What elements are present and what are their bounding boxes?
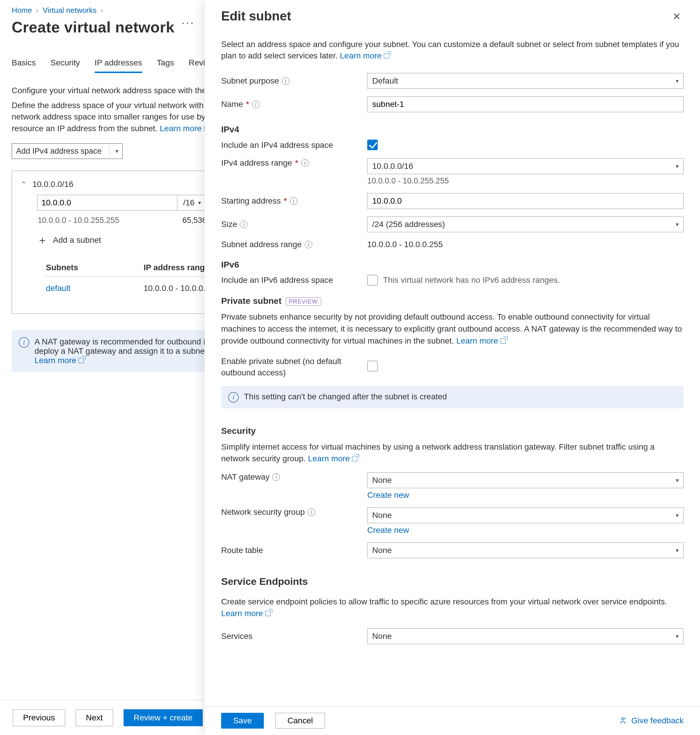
- chevron-down-icon: ▾: [676, 221, 679, 228]
- chevron-down-icon[interactable]: ▾: [115, 147, 118, 154]
- review-create-button[interactable]: Review + create: [124, 709, 203, 726]
- service-endpoints-heading: Service Endpoints: [221, 576, 684, 587]
- subnet-purpose-select[interactable]: Default▾: [367, 73, 684, 89]
- nat-gateway-label: NAT gateway: [221, 472, 269, 482]
- subnet-purpose-label: Subnet purpose: [221, 76, 279, 85]
- include-ipv6-label: Include an IPv6 address space: [221, 275, 333, 285]
- feedback-icon: [619, 716, 627, 725]
- security-heading: Security: [221, 426, 684, 436]
- nat-create-new-link[interactable]: Create new: [367, 491, 684, 500]
- blade-footer: Save Cancel Give feedback: [205, 706, 700, 735]
- service-endpoints-desc: Create service endpoint policies to allo…: [221, 596, 684, 620]
- include-ipv4-checkbox[interactable]: [367, 140, 378, 150]
- subnet-default-link[interactable]: default: [46, 284, 71, 293]
- enable-private-checkbox[interactable]: [367, 361, 378, 371]
- address-space-range: 10.0.0.0 - 10.0.255.255: [38, 216, 119, 225]
- external-link-icon: [384, 52, 390, 59]
- subnet-range-value: 10.0.0.0 - 10.0.0.255: [367, 240, 443, 249]
- edit-subnet-blade: Edit subnet ✕ Select an address space an…: [204, 0, 700, 735]
- info-icon: i: [228, 392, 239, 403]
- route-table-label: Route table: [221, 546, 263, 555]
- ipv4-heading: IPv4: [221, 125, 684, 134]
- give-feedback-link[interactable]: Give feedback: [619, 716, 684, 725]
- services-select[interactable]: None▾: [367, 628, 684, 644]
- chevron-down-icon: ▾: [676, 512, 679, 519]
- learn-more-link[interactable]: Learn more: [340, 51, 390, 60]
- ipv4-range-select[interactable]: 10.0.0.0/16▾: [367, 158, 684, 174]
- close-icon[interactable]: ✕: [670, 9, 684, 24]
- external-link-icon: [352, 455, 359, 461]
- add-subnet-label: Add a subnet: [53, 235, 101, 245]
- blade-title: Edit subnet: [221, 9, 291, 24]
- learn-more-link[interactable]: Learn more: [160, 124, 210, 133]
- more-icon[interactable]: ···: [181, 20, 194, 32]
- info-icon[interactable]: i: [305, 241, 312, 248]
- address-count: 65,536: [182, 216, 207, 225]
- nsg-label: Network security group: [221, 507, 305, 517]
- info-icon: i: [19, 337, 29, 348]
- info-icon[interactable]: i: [272, 473, 280, 481]
- chevron-down-icon: ▾: [676, 77, 679, 84]
- next-button[interactable]: Next: [76, 709, 113, 726]
- col-subnets: Subnets: [43, 259, 141, 276]
- size-select[interactable]: /24 (256 addresses)▾: [367, 216, 684, 232]
- crumb-home[interactable]: Home: [12, 6, 32, 15]
- tab-security[interactable]: Security: [50, 58, 80, 73]
- chevron-right-icon: ›: [36, 6, 38, 15]
- ipv4-range-hint: 10.0.0.0 - 10.0.255.255: [367, 176, 684, 185]
- enable-private-label: Enable private subnet (no default outbou…: [221, 356, 367, 378]
- address-space-cidr: 10.0.0.0/16: [32, 180, 74, 189]
- divider: [109, 147, 110, 155]
- info-icon[interactable]: i: [282, 77, 290, 85]
- prefix-select[interactable]: /16 ▾: [177, 195, 207, 211]
- chevron-up-icon[interactable]: ⌃: [21, 180, 26, 188]
- prefix-value: /16: [183, 198, 194, 207]
- route-table-select[interactable]: None▾: [367, 542, 684, 558]
- name-input[interactable]: [367, 96, 684, 112]
- include-ipv6-checkbox[interactable]: [367, 275, 378, 285]
- previous-button[interactable]: Previous: [13, 709, 65, 726]
- services-label: Services: [221, 632, 252, 641]
- info-icon[interactable]: i: [240, 220, 247, 228]
- learn-more-link[interactable]: Learn more: [456, 336, 507, 345]
- size-label: Size: [221, 220, 237, 229]
- learn-more-link[interactable]: Learn more: [34, 356, 85, 365]
- ipv6-heading: IPv6: [221, 260, 684, 270]
- external-link-icon: [79, 357, 85, 363]
- nat-gateway-select[interactable]: None▾: [367, 472, 684, 488]
- learn-more-link[interactable]: Learn more: [308, 454, 359, 463]
- cancel-button[interactable]: Cancel: [275, 713, 325, 729]
- private-subnet-desc: Private subnets enhance security by not …: [221, 311, 684, 347]
- nsg-create-new-link[interactable]: Create new: [367, 526, 684, 535]
- nsg-select[interactable]: None▾: [367, 507, 684, 523]
- save-button[interactable]: Save: [221, 713, 264, 729]
- preview-badge: PREVIEW: [286, 297, 321, 306]
- starting-address-input[interactable]: [367, 193, 684, 209]
- chevron-down-icon: ▾: [198, 199, 201, 206]
- address-space-ip-input[interactable]: [37, 195, 177, 211]
- add-ipv4-space-button[interactable]: Add IPv4 address space ▾: [12, 143, 123, 159]
- page-title: Create virtual network: [12, 18, 174, 36]
- info-icon[interactable]: i: [290, 197, 297, 205]
- starting-address-label: Starting address: [221, 196, 281, 206]
- tab-ip-addresses[interactable]: IP addresses: [95, 58, 142, 73]
- tab-tags[interactable]: Tags: [157, 58, 174, 73]
- add-ipv4-space-label: Add IPv4 address space: [16, 147, 101, 156]
- chevron-down-icon: ▾: [676, 477, 679, 484]
- security-desc: Simplify internet access for virtual mac…: [221, 441, 684, 465]
- chevron-right-icon: ›: [101, 6, 103, 15]
- learn-more-link[interactable]: Learn more: [221, 609, 272, 618]
- crumb-vnets[interactable]: Virtual networks: [43, 6, 97, 15]
- private-subnet-heading: Private subnetPREVIEW: [221, 296, 684, 306]
- subnet-range-label: Subnet address range: [221, 240, 302, 249]
- private-info-text: This setting can't be changed after the …: [244, 392, 447, 403]
- chevron-down-icon: ▾: [676, 547, 679, 554]
- tab-basics[interactable]: Basics: [12, 58, 36, 73]
- include-ipv4-label: Include an IPv4 address space: [221, 141, 333, 150]
- info-icon[interactable]: i: [252, 100, 260, 108]
- ipv4-range-label: IPv4 address range: [221, 158, 292, 168]
- info-icon[interactable]: i: [307, 508, 315, 516]
- svg-point-0: [622, 718, 624, 720]
- ipv6-hint: This virtual network has no IPv6 address…: [383, 275, 560, 285]
- info-icon[interactable]: i: [301, 159, 309, 167]
